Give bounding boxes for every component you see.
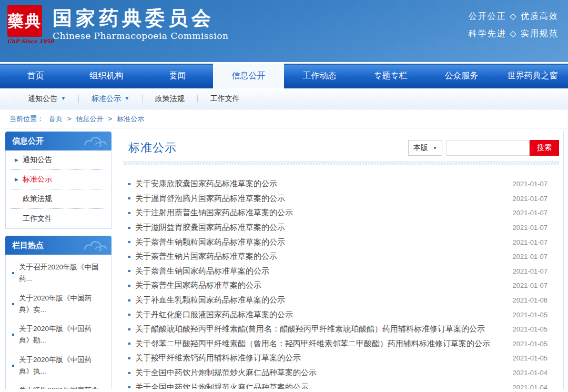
nav-tab-work-trends[interactable]: 工作动态 [284,64,355,88]
search-button[interactable]: 搜索 [530,140,559,156]
news-date: 2021-01-07 [513,253,548,260]
site-title-block: 国家药典委员会 Chinese Pharmacopoeia Commission [53,6,228,41]
search-bar: 本版 ▼ 搜索 [408,140,559,156]
search-scope-select[interactable]: 本版 ▼ [408,140,442,156]
news-title-link[interactable]: 关于全国中药饮片炮制规范火麻仁品种草案的公示 [135,383,506,389]
bullet-icon [128,386,130,388]
news-title-link[interactable]: 关于丹红化瘀口服液国家药品标准草案的公示 [135,310,506,320]
chevron-down-icon: ▼ [433,146,437,150]
slogan-line-2: 科学先进 ◇ 实用规范 [469,25,559,42]
sidebar: 信息公开 ▶通知公告▶标准公示▶政策法规▶工作文件 栏目热点 关于召开2 [5,132,111,389]
bullet-icon [128,241,130,243]
site-header: 藥典 ChP Since 1950 国家药典委员会 Chinese Pharma… [0,0,568,62]
sidebar-item-standard-publicity[interactable]: ▶标准公示 [11,170,106,189]
breadcrumb-link-0[interactable]: 首页 [49,115,63,123]
list-item: 关于萘普生国家药品标准草案的公示2021-01-07 [128,278,547,293]
news-title-link[interactable]: 关于补血生乳颗粒国家药品标准草案的公示 [135,295,506,305]
news-title-link[interactable]: 关于萘普生钠国家药品标准草案的公示 [135,266,506,276]
news-date: 2021-01-07 [513,180,548,188]
news-date: 2021-01-04 [513,384,548,389]
news-title-link[interactable]: 关于萘普生国家药品标准草案的公示 [135,280,506,290]
news-title-link[interactable]: 关于萘普生钠颗粒国家药品标准草案的公示 [135,237,506,247]
list-item: 关于安康欣胶囊国家药品标准草案的公示2021-01-07 [128,177,547,192]
bullet-icon [128,328,130,330]
bullet-icon [128,212,130,214]
bullet-icon [12,365,14,367]
news-date: 2021-01-05 [513,325,548,333]
bullet-icon [128,285,130,287]
slogan-line-1: 公开公正 ◇ 优质高效 [469,7,559,25]
nav-tab-special-topics[interactable]: 专题专栏 [355,64,426,88]
nav-tab-info-disclosure[interactable]: 信息公开 [213,64,284,88]
nav-tab-organization[interactable]: 组织机构 [71,64,142,88]
hot-topic-item[interactable]: 关于2020年版《中国药典》实... [12,289,105,320]
main-header-row: 标准公示 本版 ▼ 搜索 [123,136,559,160]
news-date: 2021-01-07 [513,267,548,275]
breadcrumb-link-2[interactable]: 标准公示 [117,115,144,123]
subnav-item-notices[interactable]: 通知公告▼ [15,94,78,104]
breadcrumb-link-1[interactable]: 信息公开 [76,115,104,123]
chevron-down-icon: ▼ [61,96,66,101]
news-date: 2021-01-04 [513,369,548,377]
hot-topic-title: 关于召开2020年版《中国药... [19,262,105,285]
hot-topic-item[interactable]: 关于2020年版《中国药典》勘... [12,319,105,350]
hot-topic-item[interactable]: 关于2020年版《中国药典》执... [12,350,105,381]
bullet-icon [128,343,130,345]
sidebar-item-work-documents[interactable]: ▶工作文件 [11,209,106,228]
logo-tagline: ChP Since 1950 [7,38,54,44]
hot-topic-item[interactable]: 关于征集2021年国家药典委员... [12,381,105,389]
nav-tab-news[interactable]: 要闻 [142,64,213,88]
cloud-decoration-icon [82,133,109,149]
news-title-link[interactable]: 关于注射用萘普生钠国家药品标准草案的公示 [135,208,506,218]
news-title-link[interactable]: 关于全国中药饮片炮制规范炒火麻仁品种草案的公示 [135,368,506,378]
bullet-icon [128,270,130,272]
nav-tab-world-pharmacopoeia[interactable]: 世界药典之窗 [497,64,568,88]
news-title-link[interactable]: 关于萘普生钠片国家药品标准草案的公示 [135,252,506,262]
news-date: 2021-01-07 [513,195,548,203]
main-nav: 首页组织机构要闻信息公开工作动态专题专栏公众服务世界药典之窗 [0,64,568,88]
arrow-right-icon: ▶ [15,157,23,163]
hot-topic-title: 关于2020年版《中国药典》执... [19,354,105,378]
sidebar-item-label: 政策法规 [23,194,52,204]
news-date: 2021-01-07 [513,238,548,246]
site-subtitle: Chinese Pharmacopoeia Commission [53,31,228,41]
sidebar-section-hot-title: 栏目热点 [12,240,44,250]
nav-tab-home[interactable]: 首页 [0,64,71,88]
breadcrumb: 当前位置： 首页>信息公开>标准公示 [0,109,568,128]
list-item: 关于邻苯二甲酸羟丙甲纤维素酯（曾用名：羟丙甲纤维素邻苯二甲酸酯）药用辅料标准修订… [128,337,547,351]
page: 藥典 ChP Since 1950 国家药典委员会 Chinese Pharma… [0,0,568,389]
list-item: 关于萘普生钠片国家药品标准草案的公示2021-01-07 [128,249,547,264]
sidebar-item-label: 通知公告 [23,155,52,165]
bullet-icon [128,372,130,374]
news-date: 2021-01-05 [513,311,548,319]
subnav-item-work-documents[interactable]: 工作文件 [198,94,252,104]
hot-topic-title: 关于2020年版《中国药典》勘... [19,323,105,347]
page-title: 标准公示 [128,140,177,156]
subnav-item-standard-publicity[interactable]: 标准公示▼ [79,94,142,104]
hot-topic-title: 关于2020年版《中国药典》实... [19,293,105,316]
site-logo[interactable]: 藥典 ChP Since 1950 [7,5,54,44]
content-area: 信息公开 ▶通知公告▶标准公示▶政策法规▶工作文件 栏目热点 关于召开2 [0,128,568,389]
news-title-link[interactable]: 关于羧甲纤维素钙药用辅料标准修订草案的公示 [135,353,506,363]
bullet-icon [128,227,130,229]
chevron-down-icon: ▼ [125,96,129,101]
sidebar-section-info-title: 信息公开 [12,136,44,146]
news-title-link[interactable]: 关于醋酸琥珀酸羟丙甲纤维素酯(曾用名：醋酸羟丙甲纤维素琥珀酸酯）药用辅料标准修订… [135,324,506,334]
news-title-link[interactable]: 关于温胃舒泡腾片国家药品标准草案的公示 [135,194,506,204]
bullet-icon [12,303,14,305]
hot-topic-item[interactable]: 关于召开2020年版《中国药... [12,258,105,289]
subnav-item-policies[interactable]: 政策法规 [143,94,197,104]
nav-tab-public-service[interactable]: 公众服务 [426,64,497,88]
sidebar-section-hot-header: 栏目热点 [5,236,111,255]
list-item: 关于滋阴益胃胶囊国家药品标准草案的公示2021-01-07 [128,220,547,235]
section-divider [123,161,559,165]
news-title-link[interactable]: 关于滋阴益胃胶囊国家药品标准草案的公示 [135,223,506,233]
sidebar-item-policies[interactable]: ▶政策法规 [11,189,106,209]
news-title-link[interactable]: 关于安康欣胶囊国家药品标准草案的公示 [135,179,506,189]
news-title-link[interactable]: 关于邻苯二甲酸羟丙甲纤维素酯（曾用名：羟丙甲纤维素邻苯二甲酸酯）药用辅料标准修订… [135,339,506,349]
sidebar-section-info-header: 信息公开 [5,132,111,150]
list-item: 关于萘普生钠颗粒国家药品标准草案的公示2021-01-07 [128,235,547,249]
sidebar-item-notices[interactable]: ▶通知公告 [11,150,106,170]
search-input[interactable] [447,140,530,156]
bullet-icon [128,197,130,199]
